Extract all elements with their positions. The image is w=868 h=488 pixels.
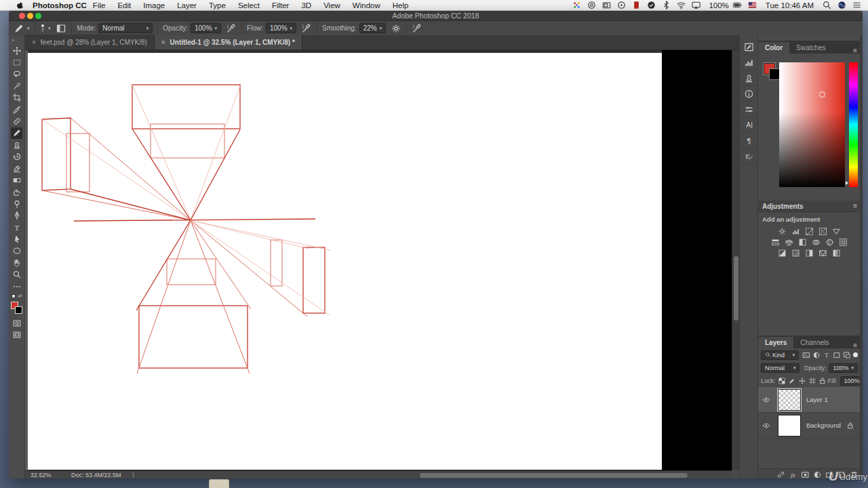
crop-tool[interactable] [11, 92, 22, 104]
dock-icon[interactable] [209, 479, 229, 488]
menu-edit[interactable]: Edit [111, 1, 137, 9]
menu-app-name[interactable]: Photoshop CC [33, 1, 87, 9]
marquee-tool[interactable] [11, 56, 22, 68]
brush-tool[interactable] [11, 127, 22, 139]
canvas-viewport[interactable] [25, 50, 732, 470]
lock-artboard-icon[interactable] [808, 376, 818, 386]
visibility-eye-icon[interactable] [761, 421, 771, 430]
type-layer-icon[interactable]: T [821, 350, 831, 360]
hue-slider[interactable] [849, 62, 858, 187]
brightness-adjustment-icon[interactable] [777, 226, 788, 236]
layer-opacity-select[interactable]: 100%▾ [829, 363, 858, 373]
photo-filter-adjustment-icon[interactable] [811, 237, 822, 247]
curves-adjustment-icon[interactable] [804, 226, 815, 236]
healing-brush-tool[interactable] [11, 115, 22, 127]
brush-settings-panel-icon[interactable] [741, 39, 757, 55]
lock-pixels-icon[interactable] [787, 376, 797, 386]
menu-window[interactable]: Window [347, 1, 387, 9]
vertical-scrollbar-thumb[interactable] [734, 256, 738, 321]
airplay-icon[interactable] [691, 0, 701, 10]
menu-image[interactable]: Image [137, 1, 171, 9]
lock-transparent-icon[interactable] [777, 376, 787, 386]
document-canvas[interactable] [25, 50, 732, 470]
lasso-tool[interactable] [11, 68, 22, 80]
menu-file[interactable]: File [87, 1, 112, 9]
hue-slider-arrow[interactable] [846, 181, 848, 185]
lock-all-icon[interactable] [818, 376, 828, 386]
path-select-tool[interactable] [11, 233, 22, 245]
tab-color[interactable]: Color [758, 42, 789, 54]
horizontal-scrollbar-thumb[interactable] [420, 473, 688, 478]
properties-panel-icon[interactable] [741, 102, 757, 117]
channel-mixer-adjustment-icon[interactable] [825, 237, 835, 247]
layer-row-background[interactable]: Background [758, 413, 861, 439]
paragraph-panel-icon[interactable]: ¶ [741, 133, 757, 148]
menu-select[interactable]: Select [232, 1, 266, 9]
clone-source-panel-icon[interactable] [741, 70, 757, 86]
toolbar-collapse-icon[interactable]: » [12, 37, 14, 43]
eyedropper-tool[interactable] [11, 104, 22, 115]
red-panel-icon[interactable] [631, 0, 642, 10]
flow-select[interactable]: 100%▾ [266, 23, 296, 33]
layer1-name[interactable]: Layer 1 [806, 396, 828, 403]
hue-saturation-adjustment-icon[interactable] [770, 237, 781, 247]
zoom-level[interactable]: 32.52% [31, 472, 52, 479]
blend-mode-select[interactable]: Normal▾ [98, 23, 153, 33]
brush-preview[interactable]: 7 [41, 24, 44, 33]
vertical-scrollbar[interactable] [732, 50, 739, 470]
eraser-tool[interactable] [11, 163, 22, 174]
panel-menu-icon[interactable]: ≡ [853, 203, 857, 209]
menu-type[interactable]: Type [203, 1, 232, 9]
menu-3d[interactable]: 3D [295, 1, 317, 9]
tool-preset-icon[interactable] [14, 23, 24, 34]
layer-mask-icon[interactable] [800, 470, 810, 479]
background-name[interactable]: Background [806, 422, 841, 429]
siri-icon[interactable] [837, 0, 847, 10]
opacity-select[interactable]: 100%▾ [191, 23, 221, 33]
tab-layers[interactable]: Layers [758, 337, 793, 348]
notification-list-icon[interactable] [852, 0, 862, 10]
type-tool[interactable]: T [11, 222, 22, 233]
lock-position-icon[interactable] [797, 376, 808, 386]
info-panel-icon[interactable] [741, 86, 757, 102]
styles-panel-icon[interactable]: E [741, 148, 757, 164]
menubar-clock[interactable]: Tue 10:46 AM [766, 1, 814, 9]
adjustment-layer-icon[interactable] [812, 470, 823, 479]
exposure-adjustment-icon[interactable] [818, 226, 829, 236]
ellipsis-icon[interactable] [11, 281, 22, 292]
smoothing-options-gear-icon[interactable] [391, 23, 401, 34]
menu-layer[interactable]: Layer [171, 1, 203, 9]
panel-menu-icon[interactable]: ≡ [853, 343, 857, 348]
layer-row-layer1[interactable]: Layer 1 [758, 387, 861, 413]
wifi-icon[interactable] [676, 0, 686, 10]
window-titlebar[interactable]: Adobe Photoshop CC 2018 [9, 11, 863, 21]
spiral-icon[interactable] [587, 0, 597, 10]
zoom-tool[interactable] [11, 268, 22, 280]
link-icon[interactable] [776, 470, 786, 479]
disc-icon[interactable] [616, 0, 627, 10]
default-colors-icon[interactable]: ⇄ [12, 293, 22, 299]
smart-object-icon[interactable] [842, 350, 852, 360]
move-tool[interactable] [11, 45, 22, 56]
adjustment-layer-icon[interactable] [811, 350, 821, 360]
quick-mask-button[interactable] [11, 317, 22, 329]
black-white-adjustment-icon[interactable] [797, 237, 808, 247]
pixel-layer-icon[interactable] [801, 350, 811, 360]
layer1-thumbnail[interactable] [778, 389, 801, 411]
histogram-panel-icon[interactable] [741, 55, 757, 70]
dots-app-icon[interactable] [572, 0, 582, 10]
color-lookup-adjustment-icon[interactable] [838, 237, 849, 247]
panel-menu-icon[interactable]: ≡ [853, 48, 857, 54]
saturation-brightness-field[interactable] [779, 62, 845, 187]
shape-layer-icon[interactable] [831, 350, 842, 360]
close-tab-icon[interactable]: × [32, 39, 36, 46]
smudge-tool[interactable] [11, 186, 22, 198]
us-flag-icon[interactable] [747, 0, 757, 10]
levels-adjustment-icon[interactable] [791, 226, 802, 236]
smoothing-select[interactable]: 22%▾ [359, 23, 387, 33]
airbrush-icon[interactable] [301, 23, 312, 34]
pressure-size-icon[interactable] [412, 23, 422, 34]
menu-filter[interactable]: Filter [266, 1, 296, 9]
gradient-tool[interactable] [11, 174, 22, 186]
color-balance-adjustment-icon[interactable] [784, 237, 795, 247]
